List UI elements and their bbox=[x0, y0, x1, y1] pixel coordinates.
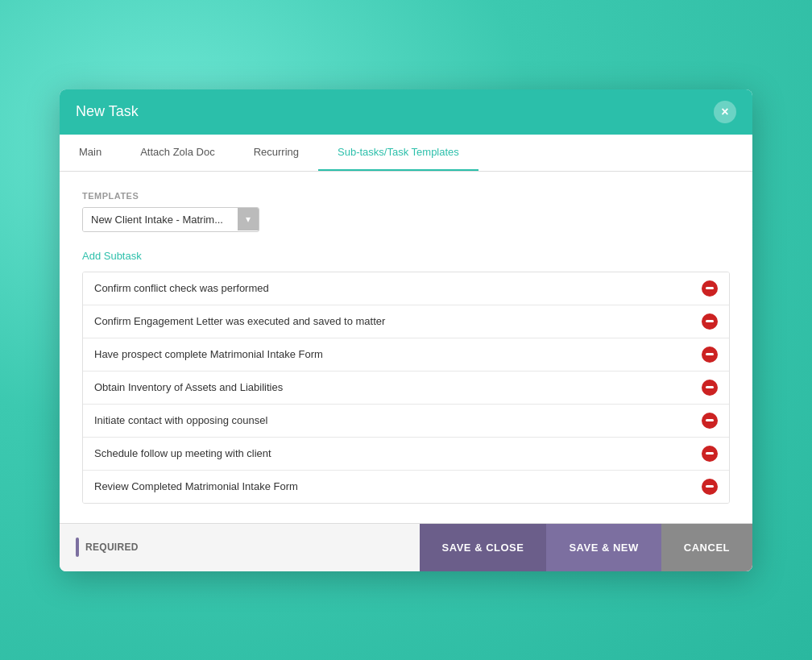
template-dropdown-arrow[interactable]: ▾ bbox=[238, 208, 259, 230]
remove-subtask-button[interactable] bbox=[702, 280, 718, 297]
tab-sub-tasks[interactable]: Sub-tasks/Task Templates bbox=[318, 135, 478, 171]
subtask-text: Obtain Inventory of Assets and Liabiliti… bbox=[94, 381, 692, 393]
subtask-item: Confirm Engagement Letter was executed a… bbox=[83, 305, 729, 338]
cancel-button[interactable]: CANCEL bbox=[661, 524, 752, 571]
close-button[interactable]: × bbox=[714, 101, 736, 123]
add-subtask-link[interactable]: Add Subtask bbox=[82, 250, 142, 262]
subtask-item: Confirm conflict check was performed bbox=[83, 272, 729, 305]
subtask-text: Review Completed Matrimonial Intake Form bbox=[94, 480, 692, 492]
subtask-text: Initiate contact with opposing counsel bbox=[94, 414, 692, 426]
remove-subtask-button[interactable] bbox=[702, 347, 718, 363]
subtask-text: Have prospect complete Matrimonial Intak… bbox=[94, 348, 692, 360]
modal: New Task × Main Attach Zola Doc Recurrin… bbox=[60, 89, 752, 571]
subtask-item: Schedule follow up meeting with client bbox=[83, 438, 729, 471]
remove-subtask-button[interactable] bbox=[702, 446, 718, 462]
tab-main[interactable]: Main bbox=[60, 135, 121, 171]
modal-content: TEMPLATES New Client Intake - Matrim... … bbox=[60, 172, 752, 523]
template-select[interactable]: New Client Intake - Matrim... ▾ bbox=[82, 207, 259, 232]
subtask-item: Have prospect complete Matrimonial Intak… bbox=[83, 338, 729, 372]
modal-header: New Task × bbox=[60, 89, 752, 135]
remove-subtask-button[interactable] bbox=[702, 413, 718, 429]
required-text: REQUIRED bbox=[85, 542, 139, 553]
subtask-list: Confirm conflict check was performedConf… bbox=[82, 272, 730, 504]
template-select-value: New Client Intake - Matrim... bbox=[83, 208, 238, 231]
subtask-item: Obtain Inventory of Assets and Liabiliti… bbox=[83, 372, 729, 405]
template-select-row: New Client Intake - Matrim... ▾ bbox=[82, 207, 730, 232]
save-new-button[interactable]: SAVE & NEW bbox=[546, 524, 661, 571]
templates-section-label: TEMPLATES bbox=[82, 191, 730, 201]
subtask-item: Initiate contact with opposing counsel bbox=[83, 405, 729, 438]
remove-subtask-button[interactable] bbox=[702, 479, 718, 495]
modal-footer: REQUIRED SAVE & CLOSE SAVE & NEW CANCEL bbox=[60, 523, 752, 571]
subtask-text: Schedule follow up meeting with client bbox=[94, 447, 692, 459]
tab-bar: Main Attach Zola Doc Recurring Sub-tasks… bbox=[60, 135, 752, 172]
modal-title: New Task bbox=[76, 103, 139, 120]
remove-subtask-button[interactable] bbox=[702, 313, 718, 330]
required-label-row: REQUIRED bbox=[60, 538, 420, 557]
subtask-text: Confirm conflict check was performed bbox=[94, 282, 692, 294]
required-bar-indicator bbox=[76, 538, 79, 557]
tab-attach-zola-doc[interactable]: Attach Zola Doc bbox=[121, 135, 234, 171]
save-close-button[interactable]: SAVE & CLOSE bbox=[420, 524, 547, 571]
remove-subtask-button[interactable] bbox=[702, 380, 718, 396]
subtask-item: Review Completed Matrimonial Intake Form bbox=[83, 471, 729, 503]
tab-recurring[interactable]: Recurring bbox=[234, 135, 318, 171]
subtask-text: Confirm Engagement Letter was executed a… bbox=[94, 315, 692, 327]
